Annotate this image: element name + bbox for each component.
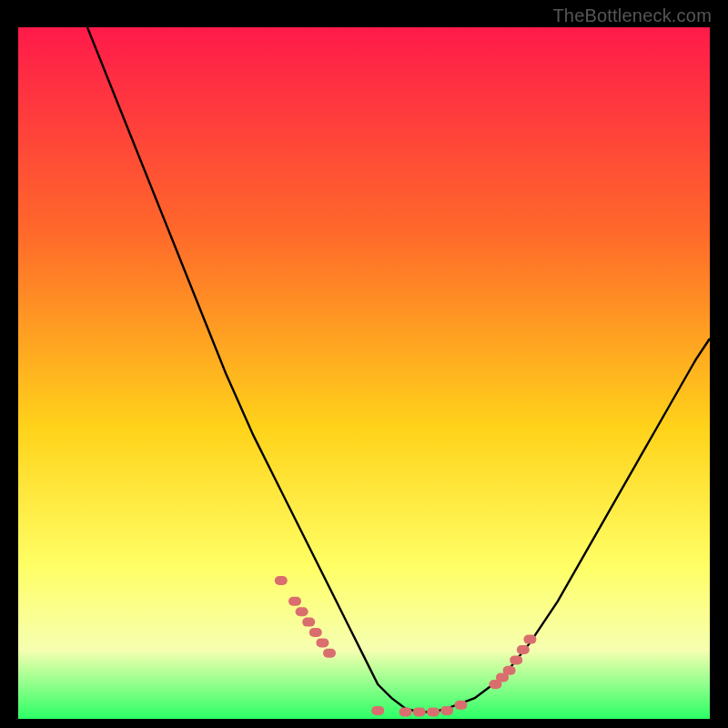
- marker-dot: [309, 628, 322, 637]
- marker-dot: [427, 707, 440, 716]
- watermark-text: TheBottleneck.com: [552, 5, 712, 26]
- marker-dot: [440, 706, 453, 715]
- marker-dot: [323, 649, 336, 658]
- marker-dot: [517, 645, 530, 654]
- marker-dot: [275, 576, 288, 585]
- marker-dot: [454, 701, 467, 710]
- bottleneck-chart: [18, 27, 710, 719]
- chart-frame: [18, 27, 710, 719]
- marker-dot: [302, 618, 315, 627]
- marker-dot: [399, 707, 412, 716]
- gradient-background: [18, 27, 710, 719]
- marker-dot: [371, 706, 384, 715]
- marker-dot: [523, 635, 536, 644]
- marker-dot: [503, 666, 516, 675]
- marker-dot: [296, 607, 308, 616]
- marker-dot: [316, 638, 329, 647]
- marker-dot: [413, 707, 426, 716]
- marker-dot: [288, 597, 301, 606]
- marker-dot: [510, 655, 522, 664]
